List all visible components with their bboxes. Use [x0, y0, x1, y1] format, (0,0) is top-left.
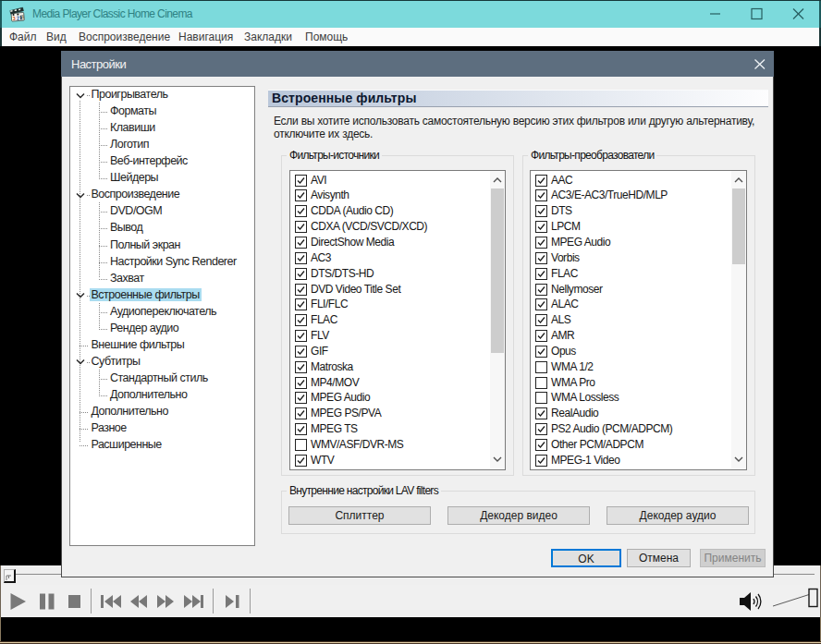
svg-text:2: 2: [17, 15, 20, 20]
